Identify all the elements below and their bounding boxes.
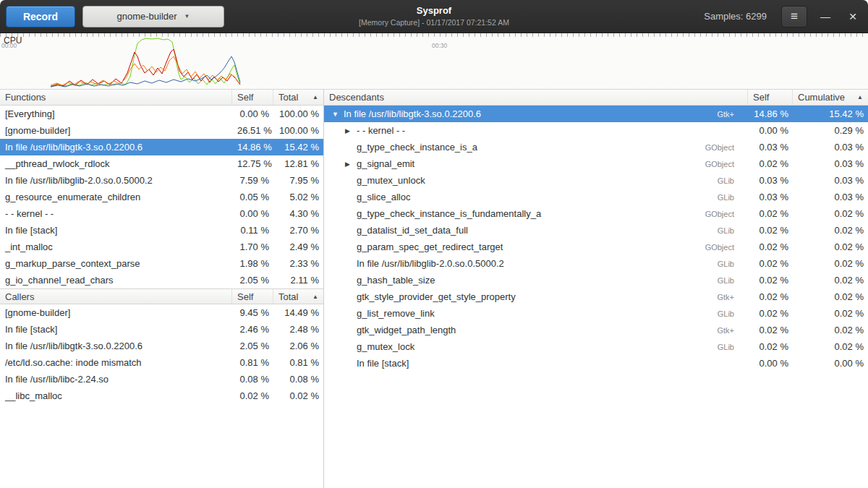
tree-row[interactable]: g_mutex_unlockGLib0.03 %0.03 %	[324, 172, 868, 189]
callers-self-column-header[interactable]: Self	[232, 289, 273, 304]
self-value: 2.05 %	[232, 341, 273, 351]
self-value: 1.70 %	[232, 241, 273, 252]
descendants-self-column-header[interactable]: Self	[748, 90, 793, 105]
callers-column-header[interactable]: Callers	[0, 289, 232, 304]
library-badge: GObject	[705, 143, 743, 152]
self-value: 0.03 %	[748, 192, 793, 202]
functions-column-header[interactable]: Functions	[0, 90, 232, 105]
table-row[interactable]: g_io_channel_read_chars2.05 %2.11 %	[0, 272, 323, 288]
close-button[interactable]: ✕	[843, 7, 862, 26]
library-badge: GObject	[705, 243, 743, 252]
tree-row[interactable]: ▶- - kernel - -0.00 %0.29 %	[324, 122, 868, 139]
tree-name-cell: ▼In file /usr/lib/libgtk-3.so.0.2200.6Gt…	[324, 108, 748, 119]
table-row[interactable]: In file [stack]0.11 %2.70 %	[0, 222, 323, 239]
functions-total-column-header[interactable]: Total ▲	[273, 90, 323, 105]
tree-row[interactable]: g_param_spec_get_redirect_targetGObject0…	[324, 239, 868, 255]
cumulative-value: 0.02 %	[793, 225, 868, 236]
library-badge: GLib	[718, 193, 743, 202]
menu-button[interactable]: ≡	[781, 6, 807, 27]
function-name: g_list_remove_link	[357, 308, 435, 319]
total-value: 5.02 %	[273, 192, 323, 202]
library-badge: Gtk+	[717, 326, 743, 335]
table-row[interactable]: _int_malloc1.70 %2.49 %	[0, 239, 323, 255]
minimize-button[interactable]: —	[816, 7, 835, 26]
functions-self-column-header[interactable]: Self	[232, 90, 273, 105]
self-value: 0.03 %	[748, 142, 793, 153]
function-name: g_slice_alloc	[357, 192, 410, 202]
table-row[interactable]: [gnome-builder]9.45 %14.49 %	[0, 304, 323, 321]
function-name: gtk_style_provider_get_style_property	[357, 291, 516, 302]
tree-row[interactable]: g_list_remove_linkGLib0.02 %0.02 %	[324, 305, 868, 322]
total-value: 12.81 %	[273, 158, 323, 169]
tree-row[interactable]: In file [stack]0.00 %0.00 %	[324, 355, 868, 372]
table-row[interactable]: In file /usr/lib/libc-2.24.so0.08 %0.08 …	[0, 371, 323, 388]
table-row[interactable]: [gnome-builder]26.51 %100.00 %	[0, 122, 323, 139]
cpu-graph[interactable]: CPU 00:00 00:30	[0, 33, 868, 90]
tree-row[interactable]: ▶g_signal_emitGObject0.02 %0.03 %	[324, 155, 868, 172]
tree-name-cell: g_param_spec_get_redirect_targetGObject	[324, 241, 748, 252]
tree-row[interactable]: g_type_check_instance_is_aGObject0.03 %0…	[324, 139, 868, 155]
tree-name-cell: In file /usr/lib/libglib-2.0.so.0.5000.2…	[324, 258, 748, 269]
total-value: 100.00 %	[273, 125, 323, 136]
tree-name-cell: gtk_widget_path_lengthGtk+	[324, 325, 748, 335]
table-row[interactable]: In file /usr/lib/libgtk-3.so.0.2200.62.0…	[0, 338, 323, 354]
self-value: 0.00 %	[748, 125, 793, 136]
function-name: [gnome-builder]	[0, 307, 232, 318]
self-value: 0.02 %	[748, 325, 793, 335]
self-value: 0.02 %	[748, 158, 793, 169]
table-row[interactable]: __libc_malloc0.02 %0.02 %	[0, 388, 323, 404]
self-value: 0.02 %	[748, 275, 793, 286]
table-row[interactable]: /etc/ld.so.cache: inode mismatch0.81 %0.…	[0, 354, 323, 371]
table-row[interactable]: [Everything]0.00 %100.00 %	[0, 106, 323, 122]
right-pane: Descendants Self Cumulative ▲ ▼In file /…	[324, 90, 868, 488]
functions-total-column-label: Total	[278, 92, 298, 103]
tree-row[interactable]: g_type_check_instance_is_fundamentally_a…	[324, 205, 868, 222]
library-badge: GLib	[718, 276, 743, 285]
tree-row[interactable]: g_hash_table_sizeGLib0.02 %0.02 %	[324, 272, 868, 288]
tree-row[interactable]: ▼In file /usr/lib/libgtk-3.so.0.2200.6Gt…	[324, 106, 868, 122]
function-name: g_signal_emit	[357, 158, 414, 169]
tree-name-cell: gtk_style_provider_get_style_propertyGtk…	[324, 291, 748, 302]
function-name: In file /usr/lib/libgtk-3.so.0.2200.6	[344, 108, 481, 119]
process-selector[interactable]: gnome-builder ▼	[82, 6, 224, 27]
cumulative-value: 0.03 %	[793, 192, 868, 202]
chevron-right-icon[interactable]: ▶	[345, 127, 357, 134]
chevron-down-icon: ▼	[184, 13, 190, 20]
self-value: 2.05 %	[232, 275, 273, 286]
table-row[interactable]: g_markup_parse_context_parse1.98 %2.33 %	[0, 255, 323, 272]
table-row[interactable]: __pthread_rwlock_rdlock12.75 %12.81 %	[0, 155, 323, 172]
chevron-down-icon[interactable]: ▼	[332, 111, 344, 118]
total-value: 2.11 %	[273, 275, 323, 286]
hamburger-icon: ≡	[791, 9, 798, 23]
table-row[interactable]: In file [stack]2.46 %2.48 %	[0, 321, 323, 338]
library-badge: GLib	[718, 343, 743, 351]
tree-row[interactable]: g_datalist_id_set_data_fullGLib0.02 %0.0…	[324, 222, 868, 239]
table-row[interactable]: In file /usr/lib/libgtk-3.so.0.2200.614.…	[0, 139, 323, 155]
descendants-column-header[interactable]: Descendants	[324, 90, 748, 105]
tree-row[interactable]: gtk_style_provider_get_style_propertyGtk…	[324, 288, 868, 305]
total-value: 7.95 %	[273, 175, 323, 186]
table-row[interactable]: - - kernel - -0.00 %4.30 %	[0, 205, 323, 222]
total-value: 2.33 %	[273, 258, 323, 269]
total-value: 100.00 %	[273, 108, 323, 119]
descendants-cumulative-column-header[interactable]: Cumulative ▲	[793, 90, 868, 105]
callers-total-column-header[interactable]: Total ▲	[273, 289, 323, 304]
self-value: 0.02 %	[748, 241, 793, 252]
self-value: 12.75 %	[232, 158, 273, 169]
descendants-table: ▼In file /usr/lib/libgtk-3.so.0.2200.6Gt…	[324, 106, 868, 372]
chevron-right-icon[interactable]: ▶	[345, 160, 357, 168]
function-name: g_markup_parse_context_parse	[0, 258, 232, 269]
table-row[interactable]: In file /usr/lib/libglib-2.0.so.0.5000.2…	[0, 172, 323, 189]
self-value: 0.00 %	[748, 358, 793, 369]
tree-name-cell: g_mutex_unlockGLib	[324, 175, 748, 186]
time-label-mid: 00:30	[432, 42, 447, 49]
tree-row[interactable]: g_slice_allocGLib0.03 %0.03 %	[324, 189, 868, 205]
self-value: 14.86 %	[748, 108, 793, 119]
tree-row[interactable]: gtk_widget_path_lengthGtk+0.02 %0.02 %	[324, 322, 868, 338]
tree-row[interactable]: In file /usr/lib/libglib-2.0.so.0.5000.2…	[324, 255, 868, 272]
tree-name-cell: g_mutex_lockGLib	[324, 341, 748, 352]
sort-ascending-icon: ▲	[312, 294, 318, 300]
table-row[interactable]: g_resource_enumerate_children0.05 %5.02 …	[0, 189, 323, 205]
record-button[interactable]: Record	[6, 6, 75, 27]
tree-row[interactable]: g_mutex_lockGLib0.02 %0.02 %	[324, 338, 868, 355]
